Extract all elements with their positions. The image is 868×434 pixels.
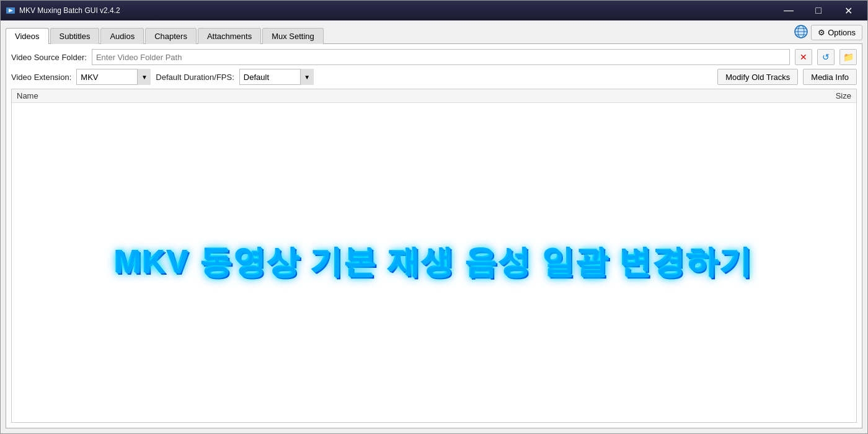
tab-options-area: ⚙ Options <box>794 24 862 43</box>
col-name-header: Name <box>17 91 789 100</box>
col-size-header: Size <box>789 91 851 100</box>
main-window: MKV Muxing Batch GUI v2.4.2 — □ ✕ Videos… <box>0 0 868 434</box>
tab-audios[interactable]: Audios <box>100 28 144 44</box>
clear-button[interactable]: ✕ <box>795 49 812 65</box>
tab-attachments[interactable]: Attachments <box>198 28 261 44</box>
globe-icon <box>794 24 808 41</box>
file-list-header: Name Size <box>12 89 856 103</box>
title-bar: MKV Muxing Batch GUI v2.4.2 — □ ✕ <box>1 1 867 20</box>
gear-icon: ⚙ <box>818 28 825 37</box>
duration-select[interactable]: Default 23.976 25 29.97 30 <box>239 69 314 85</box>
tab-subtitles[interactable]: Subtitles <box>50 28 100 44</box>
tab-mux-setting[interactable]: Mux Setting <box>262 28 324 44</box>
modify-old-tracks-button[interactable]: Modify Old Tracks <box>717 69 798 85</box>
tab-videos[interactable]: Videos <box>6 28 49 44</box>
content-area: Videos Subtitles Audios Chapters Attachm… <box>1 20 867 433</box>
extension-select[interactable]: MKV MP4 AVI MOV <box>76 69 151 85</box>
source-folder-label: Video Source Folder: <box>11 53 87 62</box>
window-title: MKV Muxing Batch GUI v2.4.2 <box>19 6 774 15</box>
refresh-button[interactable]: ↺ <box>817 49 835 65</box>
watermark-text: MKV 동영상 기본 재생 음성 일괄 변경하기 <box>115 241 753 285</box>
source-folder-row: Video Source Folder: ✕ ↺ 📁 <box>11 49 857 65</box>
duration-label: Default Duration/FPS: <box>156 73 234 82</box>
media-info-button[interactable]: Media Info <box>803 69 857 85</box>
options-button[interactable]: ⚙ Options <box>811 25 862 40</box>
extension-row: Video Extension: MKV MP4 AVI MOV ▼ Defau… <box>11 69 857 85</box>
extension-label: Video Extension: <box>11 73 71 82</box>
main-panel: Video Source Folder: ✕ ↺ 📁 Video Extensi… <box>6 43 862 428</box>
duration-select-wrapper: Default 23.976 25 29.97 30 ▼ <box>239 69 314 85</box>
file-list-body: MKV 동영상 기본 재생 음성 일괄 변경하기 <box>12 103 856 422</box>
close-button[interactable]: ✕ <box>834 1 862 20</box>
maximize-button[interactable]: □ <box>804 1 833 20</box>
file-list: Name Size MKV 동영상 기본 재생 음성 일괄 변경하기 <box>11 89 857 423</box>
extension-select-wrapper: MKV MP4 AVI MOV ▼ <box>76 69 151 85</box>
source-folder-input[interactable] <box>92 49 790 65</box>
tab-chapters[interactable]: Chapters <box>145 28 197 44</box>
window-controls: — □ ✕ <box>774 1 862 20</box>
minimize-button[interactable]: — <box>774 1 803 20</box>
folder-button[interactable]: 📁 <box>839 49 857 65</box>
app-icon <box>6 6 16 16</box>
tab-bar: Videos Subtitles Audios Chapters Attachm… <box>6 24 862 43</box>
